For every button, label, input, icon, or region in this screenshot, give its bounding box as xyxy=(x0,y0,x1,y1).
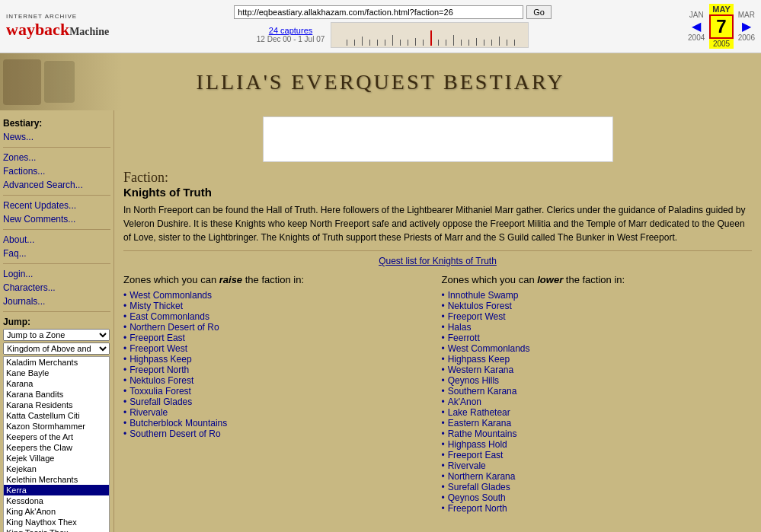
raise-zone-item[interactable]: Surefall Glades xyxy=(123,397,434,407)
sidebar-faq[interactable]: Faq... xyxy=(3,247,110,260)
lower-zone-item[interactable]: Highpass Hold xyxy=(442,439,753,450)
lower-zone-item[interactable]: Nektulos Forest xyxy=(442,301,753,311)
lower-zone-item[interactable]: Lake Rathetear xyxy=(442,407,753,418)
next-arrow[interactable]: ▶ xyxy=(742,19,751,33)
current-month-label: MAY xyxy=(709,4,733,14)
list-item[interactable]: Karana Residents xyxy=(4,400,109,410)
lower-zone-item[interactable]: Freeport East xyxy=(442,450,753,460)
sidebar-news[interactable]: News... xyxy=(3,130,110,144)
lower-zone-item[interactable]: Freeport North xyxy=(442,503,753,514)
raise-zone-item[interactable]: Freeport West xyxy=(123,343,434,354)
lower-zone-item[interactable]: Western Karana xyxy=(442,365,753,375)
list-item[interactable]: King Naythox Thex xyxy=(4,517,109,527)
raise-zone-item[interactable]: Misty Thicket xyxy=(123,301,434,311)
raise-zone-item[interactable]: Freeport North xyxy=(123,365,434,375)
sidebar-characters[interactable]: Characters... xyxy=(3,281,110,295)
lower-zone-item[interactable]: Halas xyxy=(442,322,753,333)
list-item[interactable]: Karana Bandits xyxy=(4,389,109,400)
wayback-machine-label: waybackMachine xyxy=(6,20,98,40)
url-input[interactable] xyxy=(234,5,523,19)
faction-select[interactable]: Kingdom of Above and xyxy=(3,342,110,355)
quest-link-row: Quest list for Knights of Truth xyxy=(123,256,752,266)
lower-zone-item[interactable]: Rivervale xyxy=(442,460,753,471)
next-month-label: MAR xyxy=(738,11,755,19)
lower-zone-item[interactable]: Qeynos South xyxy=(442,492,753,503)
sidebar-about[interactable]: About... xyxy=(3,233,110,247)
lower-zone-item[interactable]: Northern Karana xyxy=(442,471,753,482)
sidebar-advanced-search[interactable]: Advanced Search... xyxy=(3,178,110,192)
sidebar-login[interactable]: Login... xyxy=(3,267,110,281)
list-item[interactable]: Kaladim Merchants xyxy=(4,357,109,368)
prev-year-label: 2004 xyxy=(688,33,705,42)
raise-zone-item[interactable]: Nektulos Forest xyxy=(123,375,434,386)
lower-zone-item[interactable]: Highpass Keep xyxy=(442,354,753,365)
list-item[interactable]: Karana xyxy=(4,378,109,389)
raise-zone-item[interactable]: West Commonlands xyxy=(123,290,434,301)
timeline-bar xyxy=(331,22,529,48)
lower-zone-item[interactable]: Feerrott xyxy=(442,333,753,343)
sidebar-factions[interactable]: Factions... xyxy=(3,164,110,178)
raise-zones-col: Zones which you can raise the faction in… xyxy=(123,274,434,514)
raise-zone-item[interactable]: Rivervale xyxy=(123,407,434,418)
list-item[interactable]: Kejekan xyxy=(4,464,109,474)
list-item[interactable]: Kejek Village xyxy=(4,453,109,464)
captures-count[interactable]: 24 captures xyxy=(257,26,325,35)
list-item[interactable]: Katta Castellum Citi xyxy=(4,410,109,421)
sidebar-zones[interactable]: Zones... xyxy=(3,151,110,164)
list-item[interactable]: King Ak'Anon xyxy=(4,506,109,517)
lower-zone-item[interactable]: Freeport West xyxy=(442,311,753,322)
raise-zones-header: Zones which you can raise the faction in… xyxy=(123,274,434,285)
wayback-bar: INTERNET ARCHIVE waybackMachine Go 24 ca… xyxy=(0,0,761,53)
raise-zone-item[interactable]: Southern Desert of Ro xyxy=(123,428,434,439)
current-year: 2005 xyxy=(709,39,733,49)
next-year-label: 2006 xyxy=(738,33,755,42)
faction-name: Knights of Truth xyxy=(123,186,752,199)
lower-zone-item[interactable]: Eastern Karana xyxy=(442,418,753,428)
raise-zone-item[interactable]: Butcherblock Mountains xyxy=(123,418,434,428)
lower-zone-item[interactable]: Southern Karana xyxy=(442,386,753,397)
zone-jump-select[interactable]: Jump to a Zone xyxy=(3,329,110,341)
wayback-right: JAN ◀ 2004 MAY 7 2005 MAR ▶ 2006 xyxy=(688,4,755,49)
sidebar-recent-updates[interactable]: Recent Updates... xyxy=(3,199,110,212)
list-item[interactable]: Keepers the Claw xyxy=(4,442,109,453)
list-item[interactable]: King Tearis Thex xyxy=(4,527,109,532)
lower-zone-list: Innothule SwampNektulos ForestFreeport W… xyxy=(442,290,753,514)
raise-zone-item[interactable]: Freeport East xyxy=(123,333,434,343)
url-bar: Go xyxy=(234,5,552,19)
internet-archive-label: INTERNET ARCHIVE xyxy=(6,13,98,20)
lower-zone-item[interactable]: Rathe Mountains xyxy=(442,428,753,439)
prev-arrow[interactable]: ◀ xyxy=(692,19,701,33)
zones-container: Zones which you can raise the faction in… xyxy=(123,274,752,514)
raise-zone-item[interactable]: Highpass Keep xyxy=(123,354,434,365)
jump-label: Jump: xyxy=(3,317,110,327)
faction-section-label: Faction: xyxy=(123,170,752,186)
lower-zone-item[interactable]: West Commonlands xyxy=(442,343,753,354)
faction-description: In North Freeport can be found the Hall … xyxy=(123,203,752,244)
lower-zones-header: Zones which you can lower the faction in… xyxy=(442,274,753,285)
site-header: ILLIA'S EVERQUEST BESTIARY xyxy=(0,53,761,110)
sidebar: Bestiary: News... Zones... Factions... A… xyxy=(0,110,114,532)
raise-zone-item[interactable]: East Commonlands xyxy=(123,311,434,322)
list-item[interactable]: Keepers of the Art xyxy=(4,432,109,442)
wayback-logo: INTERNET ARCHIVE waybackMachine xyxy=(6,13,98,40)
lower-zone-item[interactable]: Innothule Swamp xyxy=(442,290,753,301)
sidebar-journals[interactable]: Journals... xyxy=(3,295,110,308)
list-item[interactable]: Kessdona xyxy=(4,495,109,506)
lower-zone-item[interactable]: Surefall Glades xyxy=(442,482,753,492)
quest-list-link[interactable]: Quest list for Knights of Truth xyxy=(379,256,497,266)
sidebar-new-comments[interactable]: New Comments... xyxy=(3,212,110,226)
lower-zones-col: Zones which you can lower the faction in… xyxy=(442,274,753,514)
lower-zone-item[interactable]: Qeynos Hills xyxy=(442,375,753,386)
faction-list[interactable]: Kaladim MerchantsKane BayleKaranaKarana … xyxy=(3,356,110,532)
list-item[interactable]: Kerra xyxy=(4,485,109,495)
raise-zone-list: West CommonlandsMisty ThicketEast Common… xyxy=(123,290,434,439)
raise-zone-item[interactable]: Toxxulia Forest xyxy=(123,386,434,397)
list-item[interactable]: Kane Bayle xyxy=(4,368,109,378)
lower-zone-item[interactable]: Ak'Anon xyxy=(442,397,753,407)
current-day: 7 xyxy=(709,14,733,39)
list-item[interactable]: Kazon Stormhammer xyxy=(4,421,109,432)
go-button[interactable]: Go xyxy=(526,5,552,19)
list-item[interactable]: Kelethin Merchants xyxy=(4,474,109,485)
raise-zone-item[interactable]: Northern Desert of Ro xyxy=(123,322,434,333)
main-layout: Bestiary: News... Zones... Factions... A… xyxy=(0,110,761,532)
